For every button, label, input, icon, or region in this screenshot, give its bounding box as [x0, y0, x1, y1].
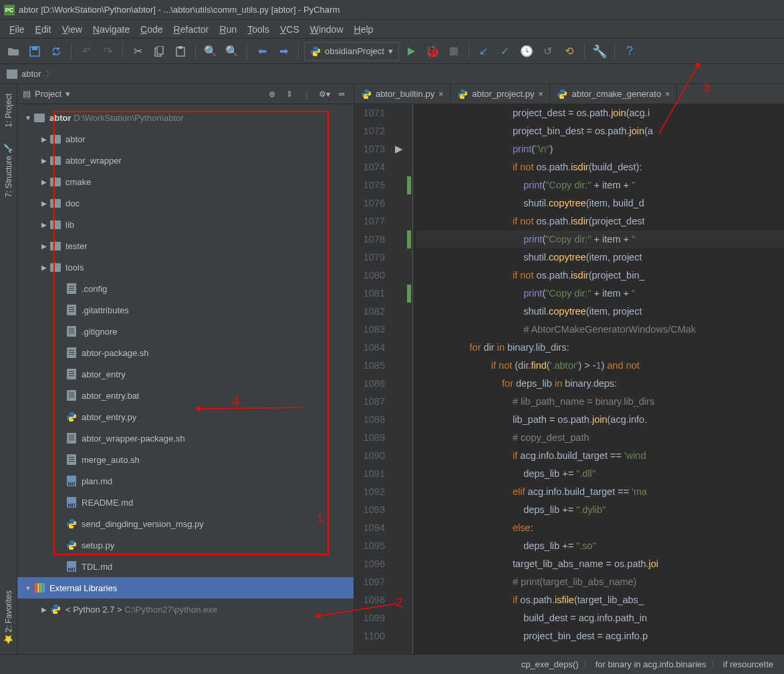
expand-arrow-icon[interactable]: ▼ [24, 584, 32, 592]
item-label: TDL.md [82, 562, 112, 572]
expand-arrow-icon[interactable]: ▶ [40, 221, 48, 228]
tree-external-libraries[interactable]: ▼External Libraries [17, 577, 354, 599]
rail-structure-button[interactable]: 7: Structure 🔧 [3, 137, 15, 204]
editor-body[interactable]: 1071107210731074107510761077107810791080… [354, 104, 784, 654]
item-icon [66, 305, 78, 315]
find-button[interactable]: 🔍 [201, 42, 220, 61]
rail-project-button[interactable]: 1: Project [3, 87, 15, 134]
close-icon[interactable]: × [665, 90, 670, 99]
tree-folder-cmake[interactable]: ▶cmake [17, 171, 354, 192]
undo-button[interactable]: ↶ [77, 42, 96, 61]
breadcrumb-bar: abtor 〉 [0, 64, 784, 84]
tree-folder-abtor_wrapper[interactable]: ▶abtor_wrapper [17, 150, 354, 171]
expand-arrow-icon[interactable]: ▶ [40, 264, 48, 271]
expand-arrow-icon[interactable]: ▶ [40, 200, 48, 207]
expand-arrow-icon[interactable]: ▼ [24, 114, 32, 122]
expand-arrow-icon[interactable]: ▶ [40, 242, 48, 250]
tree-file-abtor_entry[interactable]: abtor_entry [17, 363, 354, 385]
tree-file-plan-md[interactable]: MDplan.md [17, 470, 354, 492]
tree-file-TDL-md[interactable]: MDTDL.md [17, 556, 354, 577]
tree-folder-abtor[interactable]: ▶abtor [17, 128, 354, 150]
debug-button[interactable]: 🐞 [423, 42, 442, 61]
tree-folder-doc[interactable]: ▶doc [17, 192, 354, 214]
code-breadcrumb[interactable]: if resourceIte [719, 659, 777, 669]
rail-favorites-button[interactable]: ⭐ 2: Favorites [3, 584, 15, 651]
menu-tools[interactable]: Tools [242, 21, 275, 37]
item-icon [49, 176, 61, 187]
expand-arrow-icon[interactable]: ▶ [40, 136, 48, 143]
vcs-commit-button[interactable]: ✓ [496, 42, 515, 61]
back-button[interactable]: ⬅ [253, 42, 271, 61]
menu-help[interactable]: Help [349, 21, 379, 37]
dropdown-icon[interactable]: ▾ [66, 89, 70, 99]
tree-file-send_dingding_version_msg-py[interactable]: send_dingding_version_msg.py [17, 513, 354, 534]
vcs-revert-button[interactable]: ↺ [539, 42, 557, 61]
tree-file-merge_auto-sh[interactable]: merge_auto.sh [17, 449, 354, 470]
run-button[interactable] [402, 42, 420, 61]
vcs-rollback-button[interactable]: ⟲ [560, 42, 579, 61]
code-content[interactable]: project_dest = os.path.join(acg.i projec… [413, 104, 784, 654]
item-icon [66, 390, 78, 401]
item-icon [66, 283, 78, 294]
editor-tab-abtor_project-py[interactable]: abtor_project.py× [450, 84, 550, 104]
menu-navigate[interactable]: Navigate [88, 21, 135, 37]
run-config-dropdown[interactable]: obsidianProject ▾ [304, 42, 399, 61]
save-all-button[interactable] [25, 42, 44, 61]
tree-python-sdk[interactable]: ▶< Python 2.7 > C:\Python27\python.exe [17, 599, 354, 620]
breadcrumb-root[interactable]: abtor [21, 69, 41, 79]
item-icon [49, 240, 61, 251]
menu-window[interactable]: Window [305, 21, 349, 37]
editor-tab-abtor_cmake_generato[interactable]: abtor_cmake_generato× [550, 84, 677, 104]
tree-folder-lib[interactable]: ▶lib [17, 214, 354, 235]
tree-file--gitattributes[interactable]: .gitattributes [17, 299, 354, 321]
redo-button[interactable]: ↷ [98, 42, 117, 61]
tree-file-abtor_entry-py[interactable]: abtor_entry.py [17, 406, 354, 428]
tree-file-abtor_wrapper-package-sh[interactable]: abtor_wrapper-package.sh [17, 428, 354, 449]
close-icon[interactable]: × [438, 90, 443, 99]
settings-button[interactable]: 🔧 [590, 42, 609, 61]
expand-arrow-icon[interactable]: ▶ [40, 157, 48, 164]
item-icon [49, 604, 61, 615]
help-button[interactable]: ? [620, 42, 639, 61]
tab-label: abtor_cmake_generato [571, 89, 661, 99]
project-tree[interactable]: ▼abtor D:\WorkStation\Python\abtor▶abtor… [17, 104, 354, 654]
collapse-all-button[interactable]: ⇕ [283, 88, 296, 101]
locate-button[interactable]: ⊕ [265, 88, 279, 101]
hide-button[interactable]: ⥨ [335, 88, 348, 101]
item-label: cmake [66, 177, 91, 187]
tree-file--config[interactable]: .config [17, 278, 354, 299]
tree-folder-tester[interactable]: ▶tester [17, 235, 354, 257]
menu-edit[interactable]: Edit [30, 21, 57, 37]
tree-file-README-md[interactable]: MDREADME.md [17, 492, 354, 513]
expand-arrow-icon[interactable]: ▶ [40, 178, 48, 186]
tree-file-abtor_entry-bat[interactable]: abtor_entry.bat [17, 385, 354, 406]
sync-button[interactable] [47, 42, 66, 61]
menu-vcs[interactable]: VCS [275, 21, 305, 37]
replace-button[interactable]: 🔍 [223, 42, 241, 61]
paste-button[interactable] [171, 42, 190, 61]
editor-tab-abtor_builtin-py[interactable]: abtor_builtin.py× [354, 84, 450, 104]
tree-root[interactable]: ▼abtor D:\WorkStation\Python\abtor [17, 107, 354, 128]
vcs-history-button[interactable]: 🕓 [517, 42, 536, 61]
item-label: lib [66, 220, 74, 230]
settings-gear-icon[interactable]: ⚙▾ [317, 88, 331, 101]
menu-file[interactable]: File [4, 21, 30, 37]
open-button[interactable] [4, 42, 23, 61]
tree-file-setup-py[interactable]: setup.py [17, 534, 354, 556]
stop-button[interactable] [444, 42, 463, 61]
tree-file--gitignore[interactable]: .gitignore [17, 321, 354, 342]
menu-run[interactable]: Run [215, 21, 243, 37]
forward-button[interactable]: ➡ [274, 42, 293, 61]
code-breadcrumb[interactable]: cp_exe_deps() [517, 659, 583, 669]
menu-view[interactable]: View [57, 21, 88, 37]
menu-refactor[interactable]: Refactor [168, 21, 215, 37]
tree-file-abtor-package-sh[interactable]: abtor-package.sh [17, 342, 354, 363]
close-icon[interactable]: × [538, 90, 543, 99]
vcs-update-button[interactable]: ↙ [475, 42, 493, 61]
menu-code[interactable]: Code [135, 21, 168, 37]
cut-button[interactable]: ✂ [128, 42, 147, 61]
copy-button[interactable] [150, 42, 168, 61]
tree-folder-tools[interactable]: ▶tools [17, 257, 354, 278]
expand-arrow-icon[interactable]: ▶ [40, 606, 48, 613]
code-breadcrumb[interactable]: for binary in acg.info.binaries [592, 659, 710, 669]
